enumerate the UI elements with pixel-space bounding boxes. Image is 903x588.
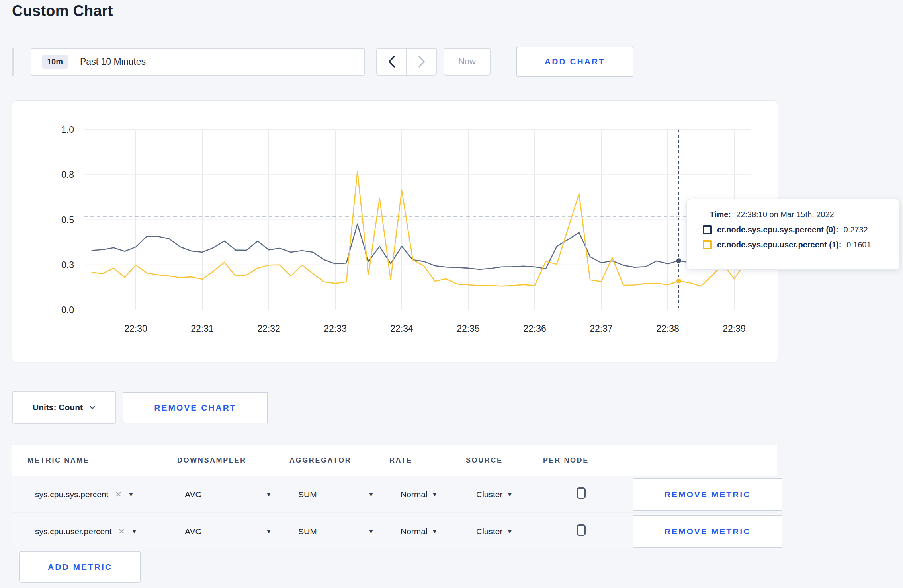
caret-down-icon[interactable]: ▼ [266, 513, 272, 549]
time-step-buttons [376, 48, 437, 76]
caret-down-icon[interactable]: ▼ [368, 513, 374, 549]
clear-icon[interactable]: ✕ [118, 527, 125, 536]
page-title: Custom Chart [12, 2, 113, 19]
chevron-down-icon [89, 405, 96, 410]
downsampler-select[interactable]: AVG [185, 513, 202, 549]
caret-down-icon[interactable]: ▼ [368, 476, 374, 512]
chart-panel: 0.00.30.50.81.022:3022:3122:3222:3322:34… [12, 100, 778, 362]
caret-down-icon: ▼ [432, 528, 438, 535]
caret-down-icon: ▼ [507, 528, 513, 535]
caret-down-icon: ▼ [507, 491, 513, 498]
units-label: Units: Count [33, 403, 83, 412]
x-axis-label: 22:31 [191, 323, 214, 334]
rate-value: Normal [401, 490, 428, 499]
per-node-checkbox[interactable] [577, 524, 586, 536]
source-value: Cluster [476, 527, 503, 536]
tooltip-series-value: 0.1601 [846, 240, 871, 249]
x-axis-label: 22:34 [390, 323, 413, 334]
metric-name-value: sys.cpu.sys.percent [35, 490, 108, 499]
next-time-button[interactable] [407, 49, 436, 75]
tooltip-time-value: 22:38:10 on Mar 15th, 2022 [736, 210, 834, 219]
rate-value: Normal [401, 527, 428, 536]
column-header-metric-name: METRIC NAME [27, 445, 90, 476]
x-axis-label: 22:39 [723, 323, 746, 334]
aggregator-select[interactable]: SUM [298, 476, 317, 512]
units-dropdown[interactable]: Units: Count [12, 391, 116, 424]
downsampler-select[interactable]: AVG [185, 476, 202, 512]
source-select[interactable]: Cluster ▼ [476, 513, 512, 549]
metric-name-select[interactable]: sys.cpu.sys.percent ✕ ▼ [35, 476, 134, 512]
time-range-dropdown[interactable]: 10m Past 10 Minutes [31, 48, 365, 76]
caret-down-icon: ▼ [128, 491, 134, 498]
y-axis-label: 0.8 [61, 169, 74, 180]
x-axis-label: 22:36 [523, 323, 546, 334]
caret-down-icon: ▼ [131, 528, 137, 535]
chevron-right-icon [418, 56, 425, 68]
previous-time-button[interactable] [377, 49, 407, 75]
remove-metric-button[interactable]: REMOVE METRIC [633, 478, 782, 511]
y-axis-label: 0.3 [61, 260, 74, 270]
now-button[interactable]: Now [444, 48, 491, 76]
source-value: Cluster [476, 490, 503, 499]
column-header-source: SOURCE [466, 445, 503, 476]
column-header-per-node: PER NODE [543, 445, 589, 476]
x-axis-label: 22:38 [656, 323, 679, 334]
cpu-usage-chart[interactable]: 0.00.30.50.81.022:3022:3122:3222:3322:34… [12, 101, 778, 362]
add-chart-button[interactable]: ADD CHART [516, 47, 633, 77]
table-row: sys.cpu.sys.percent ✕ ▼ AVG ▼ SUM ▼ Norm… [12, 476, 777, 512]
time-range-badge: 10m [42, 55, 68, 69]
column-header-rate: RATE [389, 445, 412, 476]
x-axis-label: 22:33 [324, 323, 347, 334]
chart-tooltip: Time: 22:38:10 on Mar 15th, 2022 cr.node… [686, 199, 900, 270]
x-axis-label: 22:32 [257, 323, 280, 334]
tooltip-series-value: 0.2732 [844, 225, 868, 234]
rate-select[interactable]: Normal ▼ [401, 476, 438, 512]
time-range-label: Past 10 Minutes [80, 56, 146, 67]
metric-name-value: sys.cpu.user.percent [35, 527, 112, 536]
table-row: sys.cpu.user.percent ✕ ▼ AVG ▼ SUM ▼ Nor… [12, 512, 777, 549]
per-node-checkbox[interactable] [577, 487, 586, 499]
series-user-legend-swatch [703, 240, 712, 249]
rate-select[interactable]: Normal ▼ [401, 513, 438, 549]
clear-icon[interactable]: ✕ [115, 490, 122, 499]
y-axis-label: 1.0 [61, 125, 74, 135]
series-user-line [92, 171, 745, 286]
add-metric-button[interactable]: ADD METRIC [19, 551, 141, 583]
chevron-left-icon [388, 56, 395, 68]
tooltip-series-name: cr.node.sys.cpu.user.percent (1): [717, 240, 841, 249]
tooltip-series-name: cr.node.sys.cpu.sys.percent (0): [717, 225, 838, 234]
y-axis-label: 0.0 [61, 305, 74, 315]
x-axis-label: 22:37 [590, 323, 613, 334]
caret-down-icon: ▼ [432, 491, 438, 498]
column-header-aggregator: AGGREGATOR [289, 445, 351, 476]
vertical-divider [12, 48, 14, 76]
series-sys-legend-swatch [703, 225, 712, 234]
remove-chart-button[interactable]: REMOVE CHART [123, 392, 268, 423]
series-sys-hover-dot [676, 258, 681, 263]
remove-metric-button[interactable]: REMOVE METRIC [633, 515, 782, 548]
caret-down-icon[interactable]: ▼ [266, 476, 272, 512]
metrics-table-header: METRIC NAME DOWNSAMPLER AGGREGATOR RATE … [12, 445, 777, 476]
series-user-hover-dot [676, 278, 681, 283]
x-axis-label: 22:35 [457, 323, 480, 334]
tooltip-time-label: Time: [710, 210, 731, 219]
metric-name-select[interactable]: sys.cpu.user.percent ✕ ▼ [35, 513, 137, 549]
x-axis-label: 22:30 [124, 323, 147, 334]
source-select[interactable]: Cluster ▼ [476, 476, 512, 512]
column-header-downsampler: DOWNSAMPLER [177, 445, 246, 476]
aggregator-select[interactable]: SUM [298, 513, 317, 549]
y-axis-label: 0.5 [61, 215, 74, 225]
